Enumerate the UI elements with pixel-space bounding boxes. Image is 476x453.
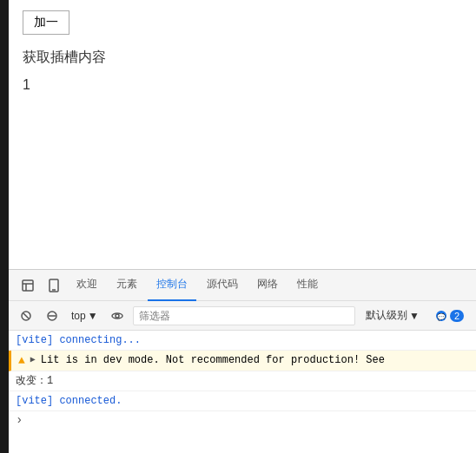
inspect-icon-btn[interactable] bbox=[16, 273, 40, 298]
left-bar bbox=[0, 0, 9, 453]
warning-icon: ▲ bbox=[18, 353, 25, 369]
svg-rect-0 bbox=[23, 280, 33, 291]
message-badge-btn[interactable]: 💬 2 bbox=[430, 308, 469, 324]
eye-btn[interactable] bbox=[107, 305, 128, 326]
level-dropdown-label: 默认级别 bbox=[366, 308, 407, 323]
context-dropdown-arrow: ▼ bbox=[88, 310, 98, 322]
device-icon-btn[interactable] bbox=[42, 273, 66, 298]
clear-console-btn[interactable] bbox=[16, 305, 36, 326]
vite-connected-text: [vite] connected. bbox=[16, 393, 122, 409]
expand-arrow[interactable]: ▶ bbox=[30, 352, 36, 368]
svg-line-6 bbox=[23, 313, 29, 318]
changed-text: 改变：1 bbox=[16, 373, 53, 389]
console-line-vite-connected: [vite] connected. bbox=[9, 391, 476, 411]
devtools-toolbar: top ▼ 默认级别 ▼ 💬 bbox=[9, 301, 476, 331]
level-dropdown-arrow: ▼ bbox=[409, 310, 420, 322]
devtools-tabs-bar: 欢迎 元素 控制台 源代码 网络 性能 bbox=[9, 270, 476, 301]
slot-title: 获取插槽内容 bbox=[23, 49, 462, 67]
context-dropdown-label: top bbox=[71, 310, 86, 322]
lit-warning-text: Lit is in dev mode. Not recommended for … bbox=[41, 352, 385, 368]
tab-sources[interactable]: 源代码 bbox=[198, 270, 247, 301]
tab-elements[interactable]: 元素 bbox=[108, 270, 146, 301]
tab-performance[interactable]: 性能 bbox=[288, 270, 327, 301]
main-content: 加一 获取插槽内容 1 欢迎 元素 控 bbox=[9, 0, 476, 453]
svg-text:💬: 💬 bbox=[437, 312, 446, 321]
tab-welcome[interactable]: 欢迎 bbox=[68, 270, 106, 301]
context-dropdown[interactable]: top ▼ bbox=[68, 308, 102, 324]
tab-console[interactable]: 控制台 bbox=[148, 270, 196, 301]
prompt-arrow-icon: › bbox=[16, 413, 23, 427]
level-dropdown[interactable]: 默认级别 ▼ bbox=[360, 306, 425, 325]
svg-point-10 bbox=[116, 314, 119, 318]
console-line-vite-connecting: [vite] connecting... bbox=[9, 331, 476, 351]
console-line-lit-warning: ▲ ▶ Lit is in dev mode. Not recommended … bbox=[9, 351, 476, 371]
slot-value: 1 bbox=[23, 77, 462, 93]
console-prompt-line[interactable]: › bbox=[9, 411, 476, 429]
page-area: 加一 获取插槽内容 1 bbox=[9, 0, 476, 269]
console-line-changed: 改变：1 bbox=[9, 371, 476, 391]
badge-count: 2 bbox=[450, 310, 464, 322]
tab-network[interactable]: 网络 bbox=[248, 270, 287, 301]
add-button[interactable]: 加一 bbox=[23, 10, 69, 35]
console-output: [vite] connecting... ▲ ▶ Lit is in dev m… bbox=[9, 331, 476, 453]
filter-input[interactable] bbox=[133, 306, 355, 325]
devtools-panel: 欢迎 元素 控制台 源代码 网络 性能 bbox=[9, 269, 476, 453]
vite-connecting-text: [vite] connecting... bbox=[16, 332, 141, 348]
no-entry-btn[interactable] bbox=[42, 305, 63, 326]
